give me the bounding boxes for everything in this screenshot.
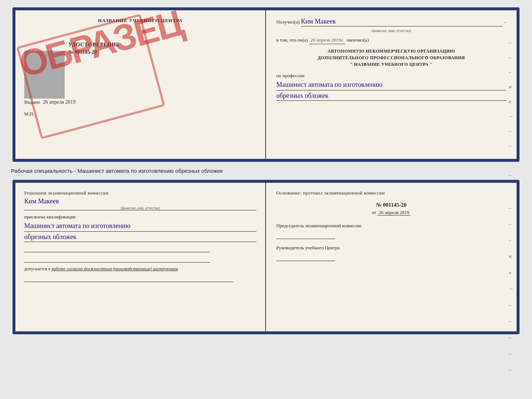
professiya-line1: Машинист автомата по изготовлению — [276, 80, 506, 90]
predsedatel-block: Председатель экзаменационной комиссии — [276, 223, 506, 239]
okonchil-label: окончил(а) — [347, 37, 369, 43]
bdash-4: – — [509, 302, 514, 308]
org-line3: " НАЗВАНИЕ УЧЕБНОГО ЦЕНТРА " — [276, 61, 506, 68]
org-line2: ДОПОЛНИТЕЛЬНОГО ПРОФЕССИОНАЛЬНОГО ОБРАЗО… — [276, 54, 506, 61]
rukovoditel-signature-line — [276, 254, 335, 261]
completion-date: 26 апреля 2019г. — [309, 37, 345, 44]
letter-a: а — [509, 99, 514, 104]
dash-after-name: – — [504, 19, 507, 25]
side-dashes-top: – – – и а ← – – – – — [509, 40, 514, 178]
osnovanie-label: Основание: протокол экзаменационной коми… — [276, 190, 506, 196]
dash-3: – — [509, 69, 514, 75]
kvali-line2: обрезных обложек — [24, 233, 256, 242]
ot-date: от 26 апреля 2019 — [276, 210, 506, 215]
blank-line-2 — [24, 255, 210, 263]
org-block: АВТОНОМНУЮ НЕКОММЕРЧЕСКУЮ ОРГАНИЗАЦИЮ ДО… — [276, 48, 506, 68]
top-doc-left: НАЗВАНИЕ УЧЕБНОГО ЦЕНТРА УДОСТОВЕРЕНИЕ №… — [15, 10, 266, 159]
mp-label: М.П. — [24, 111, 256, 117]
dopuskaetsya-prefix: допускается к — [24, 266, 50, 271]
vtom-label: в том, что он(а) — [276, 37, 308, 43]
dash-7: – — [509, 172, 514, 178]
school-title-top: НАЗВАНИЕ УЧЕБНОГО ЦЕНТРА — [24, 18, 256, 24]
bdash-6: – — [509, 334, 514, 340]
dopuskaetsya-italic: работе согласно должностным (производств… — [51, 266, 178, 271]
udostoverenie-label: УДОСТОВЕРЕНИЕ — [68, 42, 256, 48]
arrow-left: ← — [509, 113, 514, 119]
rukovoditel-block: Руководитель учебного Центра — [276, 245, 506, 261]
dash-1: – — [509, 40, 514, 46]
bletter-a: а — [509, 270, 514, 275]
doc-number: № 001145-20 — [68, 49, 256, 55]
vydano-line: Выдано 26 апреля 2019 — [24, 99, 256, 105]
bdash-8: – — [509, 367, 514, 373]
caption-text: Рабочая специальность - Машинист автомат… — [7, 168, 223, 174]
bottom-doc-left: Решением экзаменационной комиссии Ким Ма… — [15, 183, 266, 331]
side-dashes-bottom: – – – и а ← – – – – – — [509, 205, 514, 373]
vydano-label: Выдано — [24, 99, 40, 105]
vtom-line: в том, что он(а) 26 апреля 2019г. окончи… — [276, 37, 506, 44]
professiya-line2: обрезных обложек — [276, 92, 506, 101]
dash-5: – — [509, 143, 514, 149]
predsedatel-signature-line — [276, 232, 335, 239]
recipient-name-top: Ким Макеев — [301, 18, 502, 26]
bdash-1: – — [509, 205, 514, 211]
bottom-document-pair: Решением экзаменационной комиссии Ким Ма… — [12, 180, 520, 334]
bdash-7: – — [509, 350, 514, 356]
bdash-2: – — [509, 221, 514, 227]
resheniem-label: Решением экзаменационной комиссии — [24, 190, 256, 196]
vydano-date: 26 апреля 2019 — [43, 99, 76, 105]
dash-6: – — [509, 157, 514, 163]
recipient-name-bottom: Ким Макеев — [24, 197, 256, 205]
prisvoyena-label: присвоена квалификация — [24, 214, 256, 220]
top-document-pair: НАЗВАНИЕ УЧЕБНОГО ЦЕНТРА УДОСТОВЕРЕНИЕ №… — [12, 7, 520, 162]
fio-hint-bottom: (фамилия, имя, отчество) — [24, 206, 256, 210]
poluchil-label: Получил(а) — [276, 19, 299, 25]
protocol-number: № 001145-20 — [276, 202, 506, 208]
dash-2: – — [509, 54, 514, 60]
letter-i: и — [509, 84, 514, 90]
blank-line-3 — [24, 275, 233, 282]
bdash-3: – — [509, 237, 514, 243]
predsedatel-label: Председатель экзаменационной комиссии — [276, 223, 506, 229]
rukovoditel-label: Руководитель учебного Центра — [276, 245, 506, 251]
poluchil-line: Получил(а) Ким Макеев – — [276, 18, 506, 26]
ot-label: от — [372, 210, 376, 215]
udostoverenie-block: УДОСТОВЕРЕНИЕ № 001145-20 — [68, 42, 256, 55]
dopuskaetsya-text: допускается к работе согласно должностны… — [24, 266, 256, 272]
top-doc-right: Получил(а) Ким Макеев – (фамилия, имя, о… — [266, 10, 517, 159]
po-professii-label: по профессии — [276, 73, 506, 79]
fio-hint-top: (фамилия, имя, отчество) — [276, 29, 506, 33]
bletter-i: и — [509, 253, 514, 259]
bdash-5: – — [509, 318, 514, 324]
photo-placeholder — [24, 51, 65, 99]
blank-line-1 — [24, 245, 210, 252]
org-line1: АВТОНОМНУЮ НЕКОММЕРЧЕСКУЮ ОРГАНИЗАЦИЮ — [276, 48, 506, 54]
kvali-line1: Машинист автомата по изготовлению — [24, 221, 256, 232]
dash-4: – — [509, 128, 514, 134]
bottom-doc-right: Основание: протокол экзаменационной коми… — [266, 183, 517, 331]
barrow-left: ← — [509, 286, 514, 292]
ot-date-value: 26 апреля 2019 — [377, 210, 411, 215]
